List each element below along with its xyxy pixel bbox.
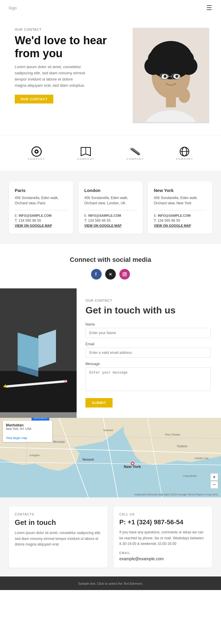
menu-icon[interactable]: ☰	[206, 4, 212, 12]
call-description: If you have any questions, comments or i…	[119, 530, 206, 547]
bottom-card-right: CALL US P: +1 (324) 987-56-54 If you hav…	[113, 506, 212, 568]
twitter-icon[interactable]: ✕	[105, 269, 116, 280]
office-city-london: London	[84, 188, 137, 193]
svg-point-22	[36, 151, 37, 152]
logo-label-2: COMPANY	[77, 157, 95, 160]
svg-point-14	[164, 75, 166, 78]
name-input[interactable]	[85, 328, 211, 338]
contact-form-image	[0, 288, 77, 418]
map-credits: Keyboard shortcuts Map data ©2024 Google…	[134, 493, 218, 496]
map-view-larger-link[interactable]: View larger map	[6, 436, 49, 440]
svg-text:Yonkers: Yonkers	[177, 445, 187, 448]
office-divider-newyork	[154, 210, 206, 210]
bottom-contacts-section: CONTACTS Get in touch Lorem ipsum dolor …	[0, 497, 221, 576]
office-address-london: 456 Sondanella, Eden walk, Orchard view,…	[84, 195, 137, 206]
svg-text:Irvington: Irvington	[29, 454, 40, 457]
contacts-description: Lorem ipsum dolor sit amet, consetetur s…	[15, 530, 102, 547]
office-email-label-london: E: INFO@SAMPLE.COM	[84, 214, 137, 217]
logo: logo	[9, 6, 17, 10]
name-label: Name	[85, 322, 211, 326]
instagram-icon[interactable]	[119, 269, 130, 280]
map-zoom-in[interactable]: +	[211, 474, 218, 481]
map-zoom-controls: + −	[210, 473, 218, 489]
contacts-title: Get in touch	[15, 518, 102, 527]
svg-text:Plan Chester: Plan Chester	[165, 433, 180, 436]
map-directions-button[interactable]: Directions	[32, 418, 49, 420]
svg-point-15	[175, 75, 178, 78]
hero-label: OUR CONTACT	[15, 28, 124, 31]
logos-section: COMPANY COMPANY COMPANY COMPANY	[0, 135, 221, 171]
svg-point-34	[126, 273, 126, 273]
company-logo-3	[128, 146, 142, 157]
svg-line-24	[131, 148, 140, 155]
office-phone-newyork: T: 134 565 66 55	[154, 218, 206, 223]
company-logo-1	[29, 146, 44, 157]
office-city-newyork: New York	[154, 188, 206, 193]
office-email-label-newyork: E: INFO@SAMPLE.COM	[154, 214, 206, 217]
office-card-newyork: New York 456 Sondanella, Eden walk, Orch…	[148, 181, 212, 234]
office-address-newyork: 456 Sondanella, Eden walk, Orchard view,…	[154, 195, 206, 206]
map-location-sub: New York, NY, USA	[6, 427, 32, 431]
company-logo-2	[79, 146, 93, 157]
social-section: Connect with social media f ✕	[0, 244, 221, 288]
hero-image	[133, 28, 209, 123]
message-form-group: Message	[85, 362, 211, 392]
submit-button[interactable]: SUBMIT	[85, 398, 113, 408]
call-us-label: CALL US	[119, 513, 206, 516]
message-textarea[interactable]	[85, 367, 211, 391]
office-address-paris: 456 Sondanella, Eden walk, Orchard view,…	[15, 195, 67, 206]
office-phone-paris: T: 134 565 66 55	[15, 218, 67, 223]
svg-text:Garden City: Garden City	[194, 457, 209, 460]
logo-item-2: COMPANY	[77, 146, 95, 160]
bottom-card-left: CONTACTS Get in touch Lorem ipsum dolor …	[9, 506, 108, 568]
hero-section: OUR CONTACT We'd love to hear from you L…	[0, 16, 221, 135]
email-form-group: Email	[85, 342, 211, 358]
contacts-label: CONTACTS	[15, 513, 102, 516]
social-title: Connect with social media	[6, 256, 215, 264]
hero-text: OUR CONTACT We'd love to hear from you L…	[15, 28, 133, 123]
name-form-group: Name	[85, 322, 211, 338]
form-section-title: Get in touch with us	[85, 305, 211, 316]
svg-rect-43	[64, 380, 67, 383]
hero-description: Lorem ipsum dolor sit amet, consetetur s…	[15, 64, 85, 88]
contact-form-section: OUR CONTACT Get in touch with us Name Em…	[0, 288, 221, 418]
svg-point-11	[164, 43, 178, 58]
svg-text:Newark: Newark	[83, 458, 94, 461]
email-input[interactable]	[85, 348, 211, 358]
footer: Sample text. Click to select the Text El…	[0, 576, 221, 590]
logo-item-1: COMPANY	[28, 146, 45, 160]
logo-label-1: COMPANY	[28, 157, 45, 160]
footer-text: Sample text. Click to select the Text El…	[78, 582, 143, 585]
map-zoom-out[interactable]: −	[211, 481, 218, 488]
office-map-link-london[interactable]: VIEW ON GOOGLE MAP	[84, 224, 137, 227]
logo-label-3: COMPANY	[126, 157, 144, 160]
svg-text:Teaneck: Teaneck	[103, 429, 113, 432]
office-city-paris: Paris	[15, 188, 67, 193]
svg-point-19	[178, 88, 190, 103]
email-value: example@example.com	[119, 556, 206, 561]
office-map-link-paris[interactable]: VIEW ON GOOGLE MAP	[15, 224, 67, 227]
logo-label-4: COMPANY	[176, 157, 193, 160]
form-section-label: OUR CONTACT	[85, 299, 211, 302]
svg-text:Long Beach: Long Beach	[183, 474, 197, 477]
svg-text:Montclair: Montclair	[53, 440, 65, 443]
svg-marker-37	[18, 333, 38, 371]
offices-section: Paris 456 Sondanella, Eden walk, Orchard…	[0, 171, 221, 244]
hero-title: We'd love to hear from you	[15, 34, 124, 60]
email-section-label: EMAIL	[119, 551, 206, 555]
email-label: Email	[85, 342, 211, 346]
office-divider-paris	[15, 210, 67, 210]
facebook-icon[interactable]: f	[91, 269, 102, 280]
svg-point-65	[132, 463, 133, 464]
logo-item-3: COMPANY	[126, 146, 144, 160]
office-map-link-newyork[interactable]: VIEW ON GOOGLE MAP	[154, 224, 206, 227]
map-section: Montclair Newark New York Yonkers Plan C…	[0, 418, 221, 497]
map-location-name: Manhattan	[6, 423, 32, 427]
svg-marker-39	[38, 330, 56, 368]
hero-contact-button[interactable]: OUR CONTACT	[15, 95, 53, 104]
office-phone-london: T: 134 565 66 55	[84, 218, 137, 223]
company-logo-4	[177, 146, 192, 157]
contact-form-right: OUR CONTACT Get in touch with us Name Em…	[77, 288, 221, 418]
message-label: Message	[85, 362, 211, 366]
navbar: logo ☰	[0, 0, 221, 16]
